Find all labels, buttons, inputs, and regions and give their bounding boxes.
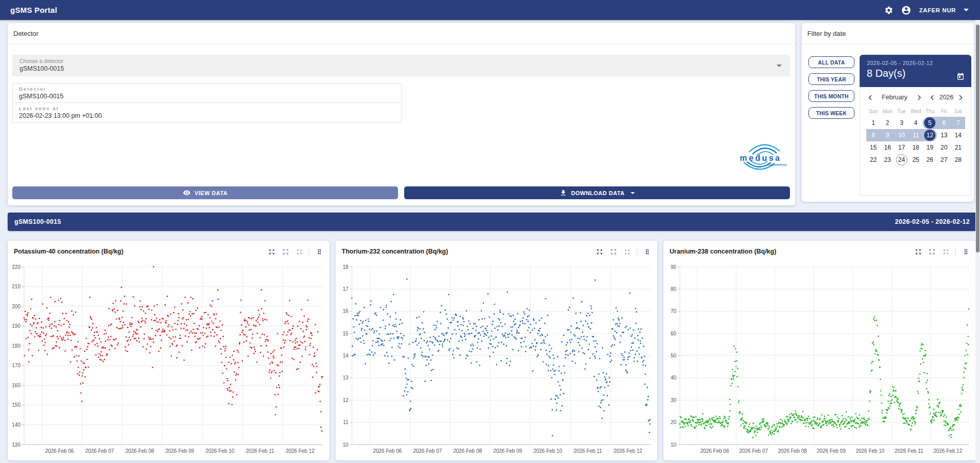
calendar-day[interactable]: 27 [937,154,951,166]
svg-text:220: 220 [12,264,20,270]
svg-text:11: 11 [343,419,349,425]
calendar-selected-day[interactable]: 5 [924,117,935,129]
collapse-arrows-icon[interactable] [295,247,303,256]
calendar-day[interactable]: 17 [894,141,909,154]
svg-text:60: 60 [671,331,677,336]
calendar-day[interactable]: 11 [909,129,923,141]
calendar-dayname: Fri [937,106,951,117]
chart-header: Potassium-40 concentration (Bq/kg) [8,241,329,262]
calendar-day[interactable]: 10 [894,129,909,141]
calendar-day[interactable]: 7 [951,117,966,129]
svg-text:2026 Feb 12: 2026 Feb 12 [933,448,963,454]
calendar-day[interactable]: 13 [937,129,951,141]
chart-title: Thorium-232 concentration (Bq/kg) [342,248,448,255]
this-month-button[interactable]: THIS MONTH [808,90,854,102]
this-year-button[interactable]: THIS YEAR [808,73,854,85]
next-month-chevron-icon[interactable] [915,93,923,101]
calendar-day[interactable]: 2 [881,117,895,129]
svg-text:2026 Feb 10: 2026 Feb 10 [533,448,562,454]
selection-summary-banner: gSMS100-0015 2026-02-05 - 2026-02-12 [8,213,976,231]
fullscreen-icon[interactable] [281,247,289,256]
calendar-day[interactable]: 22 [866,154,881,166]
page-scrollbar-thumb[interactable] [976,25,979,252]
detector-info-table: Detector gSMS100-0015 Last seen at 2026-… [12,83,402,123]
svg-text:medusa: medusa [740,154,781,162]
fullscreen-icon[interactable] [609,247,617,256]
svg-text:2026 Feb 07: 2026 Feb 07 [85,448,114,454]
download-data-button[interactable]: DOWNLOAD DATA [404,186,790,199]
calendar-day[interactable]: 12 [923,129,937,141]
expand-arrows-icon[interactable] [267,247,276,256]
fullscreen-icon[interactable] [928,247,936,256]
settings-gear-icon[interactable] [884,6,893,15]
this-week-button[interactable]: THIS WEEK [808,107,854,119]
calendar-day[interactable]: 1 [866,117,881,129]
calendar-icon [956,72,965,80]
banner-detector-id: gSMS100-0015 [14,218,61,225]
calendar-dayname: Wed [909,106,923,117]
user-menu-caret-icon[interactable] [964,9,969,11]
drag-handle-icon[interactable] [315,247,323,256]
svg-text:2026 Feb 07: 2026 Feb 07 [739,448,768,454]
user-name[interactable]: ZAFER NUR [919,7,956,13]
calendar-day[interactable]: 9 [881,129,895,141]
filter-by-date-card: Filter by date ALL DATA THIS YEAR THIS M… [802,23,974,202]
thorium-scatter-plot[interactable]: 1011121314151617182026 Feb 062026 Feb 07… [339,263,654,457]
prev-month-chevron-icon[interactable] [866,93,874,101]
detector-card-title: Detector [8,23,795,44]
medusa-radiometrics-logo: medusa Radiometrics [736,141,788,175]
info-label: Detector [19,86,395,92]
calendar-day[interactable]: 4 [909,117,923,129]
calendar-day[interactable]: 21 [951,141,966,154]
svg-text:2026 Feb 07: 2026 Feb 07 [413,448,442,454]
all-data-button[interactable]: ALL DATA [808,56,854,68]
info-value: 2026-02-23 13:00 pm +01:00 [19,112,395,119]
uranium-scatter-plot[interactable]: 1020304050607080902026 Feb 062026 Feb 07… [666,263,973,457]
calendar-day[interactable]: 24 [894,154,909,166]
calendar-day[interactable]: 28 [951,154,966,166]
svg-text:12: 12 [343,397,349,403]
calendar-day[interactable]: 20 [937,141,951,154]
calendar-day[interactable]: 8 [866,129,881,141]
detector-select[interactable]: Choose a detector gSMS100-0015 [12,55,790,76]
calendar-day[interactable]: 19 [923,141,937,154]
drag-handle-icon[interactable] [643,247,651,256]
calendar-day[interactable]: 23 [881,154,895,166]
view-data-button[interactable]: VIEW DATA [12,186,398,199]
svg-text:80: 80 [671,286,677,292]
page-scrollbar-track[interactable] [975,20,980,463]
calendar-day[interactable]: 5 [923,117,937,129]
calendar-day[interactable]: 3 [894,117,909,129]
potassium-scatter-plot[interactable]: 1301401501601701801902002102202026 Feb 0… [11,263,326,457]
drag-handle-icon[interactable] [962,247,970,256]
filter-card-title: Filter by date [802,23,974,44]
collapse-arrows-icon[interactable] [623,247,631,256]
expand-arrows-icon[interactable] [914,247,922,256]
divider [637,247,637,256]
svg-text:2026 Feb 11: 2026 Feb 11 [246,448,275,454]
calendar-dayname: Thu [923,106,937,117]
calendar-day[interactable]: 6 [937,117,951,129]
calendar-day[interactable]: 18 [909,141,923,154]
calendar-day[interactable]: 15 [866,141,881,154]
account-circle-icon[interactable] [901,5,911,15]
date-range-days: 8 Day(s) [867,68,964,79]
next-year-chevron-icon[interactable] [957,93,965,101]
prev-year-chevron-icon[interactable] [928,93,936,101]
svg-text:2026 Feb 06: 2026 Feb 06 [45,448,74,454]
calendar-day[interactable]: 16 [881,141,895,154]
date-range-panel[interactable]: 2026-02-05 - 2026-02-12 8 Day(s) [860,55,971,87]
chart-header: Uranium-238 concentration (Bq/kg) [663,241,976,262]
calendar-day[interactable]: 25 [909,154,923,166]
svg-text:2026 Feb 11: 2026 Feb 11 [895,448,924,454]
download-menu-caret-icon [631,192,635,194]
calendar-dayname: Tue [894,106,909,117]
select-dropdown-arrow-icon[interactable] [777,65,782,67]
collapse-arrows-icon[interactable] [942,247,950,256]
calendar-selected-day[interactable]: 12 [924,130,935,141]
expand-arrows-icon[interactable] [595,247,603,256]
svg-text:170: 170 [12,363,20,368]
calendar-day[interactable]: 26 [923,154,937,166]
calendar-day[interactable]: 14 [951,129,966,141]
svg-text:2026 Feb 08: 2026 Feb 08 [453,448,483,454]
